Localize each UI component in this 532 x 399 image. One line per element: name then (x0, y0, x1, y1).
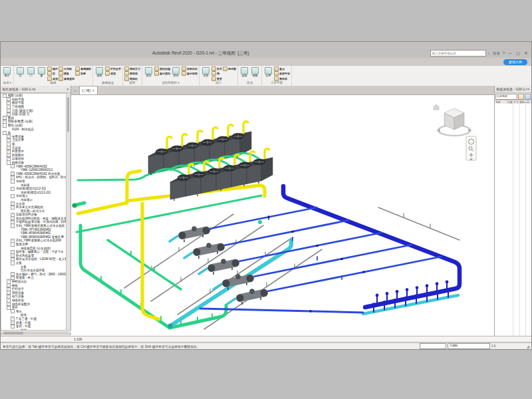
system-browser-title: 系统浏览器 - G20-1.rvt (496, 87, 527, 91)
help-icon[interactable]: ? (502, 51, 505, 55)
column-button[interactable]: 柱 (47, 71, 58, 76)
door-button[interactable]: 门 (26, 66, 36, 81)
modify-button[interactable]: 修改 (2, 66, 12, 81)
workset-select[interactable] (420, 343, 446, 349)
floor-button[interactable]: 楼板 (59, 71, 74, 76)
design-option-select[interactable]: 主模型 (448, 343, 490, 349)
close-view-icon[interactable]: ✕ (92, 88, 94, 92)
measure-icon[interactable] (47, 48, 53, 54)
plugin-button[interactable]: 建模大师 (503, 59, 527, 65)
search-icon[interactable]: ⌕ (487, 51, 491, 56)
model-text-button[interactable]: 模型文字 (124, 66, 140, 71)
expand-toggle-icon[interactable]: - (11, 194, 15, 198)
roof-button[interactable]: 屋顶 (47, 76, 58, 81)
switch-windows-icon[interactable] (98, 48, 104, 54)
cyan-pipe-cap[interactable] (168, 324, 173, 329)
shaft-opening-button[interactable]: 竖井 (211, 66, 222, 71)
component-button[interactable]: 构件 (47, 66, 58, 71)
close-icon[interactable]: ✕ (66, 87, 69, 91)
curtain-system-button[interactable]: 幕墙系统 (59, 76, 74, 81)
panel-label: 构建 (15, 81, 91, 85)
model-line-button[interactable]: 模型线 (124, 71, 140, 76)
autofit-columns-icon[interactable] (518, 94, 524, 100)
close-button[interactable]: ✕ (523, 51, 529, 57)
viewcube[interactable] (434, 104, 472, 136)
level-button[interactable]: 标高 (239, 66, 249, 81)
expand-toggle-icon[interactable]: - (11, 179, 15, 183)
tag-room-button[interactable]: 标记房间 (154, 71, 170, 76)
green-valve[interactable] (258, 220, 262, 224)
infocenter-search-input[interactable] (430, 50, 486, 57)
drawing-canvas[interactable] (71, 94, 494, 336)
default-3d-view-icon[interactable] (68, 48, 74, 54)
set-workplane-button[interactable]: 设置 (263, 66, 273, 81)
vertical-scrollbar[interactable] (66, 93, 70, 331)
discipline-select[interactable]: 全部规程 (495, 94, 517, 100)
vertical-opening-button[interactable]: 垂直 (211, 76, 222, 81)
section-icon[interactable] (76, 48, 82, 54)
wall-button[interactable]: 墙 (15, 66, 25, 81)
redo-icon[interactable] (32, 48, 38, 54)
sign-in-button[interactable]: 登录 (492, 51, 501, 56)
area-button[interactable]: 面积 (171, 66, 181, 81)
expand-toggle-icon[interactable]: - (11, 205, 15, 209)
ramp-button[interactable]: 坡道 (105, 71, 121, 76)
system-browser-toolbar: 全部规程 (495, 93, 531, 100)
minimize-button[interactable]: ─ (507, 51, 513, 57)
room-separator-button[interactable]: 房间分隔 (154, 66, 170, 71)
expand-toggle-icon[interactable]: - (11, 325, 15, 329)
window-button[interactable]: 窗 (37, 66, 47, 81)
aligned-dimension-icon[interactable] (54, 48, 60, 54)
status-hint: 单击可进行选择；按 Tab 键并单击可选择其他项目；按 Ctrl 键并单击可将新… (3, 344, 200, 348)
mullion-button[interactable]: 竖梃 (75, 71, 91, 76)
thin-lines-icon[interactable] (83, 48, 89, 54)
save-icon[interactable] (17, 48, 23, 54)
close-icon[interactable]: ✕ (527, 87, 530, 91)
tool-icon (274, 66, 279, 71)
expand-toggle-icon[interactable]: - (11, 223, 15, 227)
model-group-button[interactable]: 模型组 (124, 76, 140, 81)
tag-area-button[interactable]: 标记面积 (182, 71, 198, 76)
view-control-bar: 1:100 (1, 336, 531, 342)
undo-icon[interactable] (25, 48, 31, 54)
home-icon[interactable]: ⌂ (71, 87, 79, 94)
tool-icon (124, 71, 129, 76)
viewer-button[interactable]: 查看器 (274, 76, 290, 81)
expand-toggle-icon[interactable]: - (11, 261, 15, 265)
revit-logo[interactable] (3, 48, 9, 54)
expand-toggle-icon[interactable]: - (11, 187, 15, 191)
dormer-opening-button[interactable]: 老虎窗 (223, 66, 236, 71)
expand-toggle-icon[interactable]: - (11, 309, 15, 313)
curtain-grid-button[interactable]: 幕墙网格 (75, 66, 91, 71)
print-icon[interactable] (39, 48, 45, 54)
expand-toggle-icon[interactable]: - (11, 242, 15, 246)
project-browser-tree: - 视图 (全部) + 结构平面 + 楼层平面 + 三维视图 + (1, 93, 66, 331)
area-boundary-button[interactable]: 面积边界 (182, 66, 198, 71)
navigation-bar[interactable] (466, 136, 476, 160)
opening-by-face-button[interactable]: 按面 (201, 66, 211, 81)
close-hidden-windows-icon[interactable] (90, 48, 96, 54)
expand-toggle-icon[interactable]: - (11, 164, 15, 168)
open-icon[interactable] (10, 48, 16, 54)
column-settings-icon[interactable] (525, 94, 531, 100)
ref-plane-button[interactable]: 参照平面 (274, 71, 290, 76)
room-button[interactable]: 房间 (144, 66, 154, 81)
scale-button[interactable]: 1:100 (74, 337, 82, 341)
stair-button[interactable]: 楼梯 (94, 66, 104, 81)
infocenter: ⌕ 登录 ? ─ ▢ ✕ (430, 50, 529, 57)
text-icon[interactable] (61, 48, 67, 54)
view-tab-3d[interactable]: {三维} ✕ (79, 86, 98, 94)
grid-button[interactable]: 轴网 (250, 66, 260, 81)
restore-button[interactable]: ▢ (515, 51, 521, 57)
tree-item[interactable]: - 开利_Y98K变频直驱离心式冷水机组 (1, 224, 66, 228)
railing-button[interactable]: 栏杆扶手 (105, 66, 121, 71)
resize-grip[interactable]: ◢ (526, 344, 529, 348)
show-workplane-button[interactable]: 显示 (274, 66, 290, 71)
tool-icon (274, 71, 279, 76)
tool-icon (75, 71, 80, 76)
customize-qat-icon[interactable] (105, 48, 111, 54)
wall-opening-button[interactable]: 墙 (211, 71, 222, 76)
green-pipe-flange[interactable] (72, 203, 77, 208)
ceiling-button[interactable]: 天花板 (59, 66, 74, 71)
horizontal-scrollbar[interactable]: ◂▸ (1, 330, 71, 336)
